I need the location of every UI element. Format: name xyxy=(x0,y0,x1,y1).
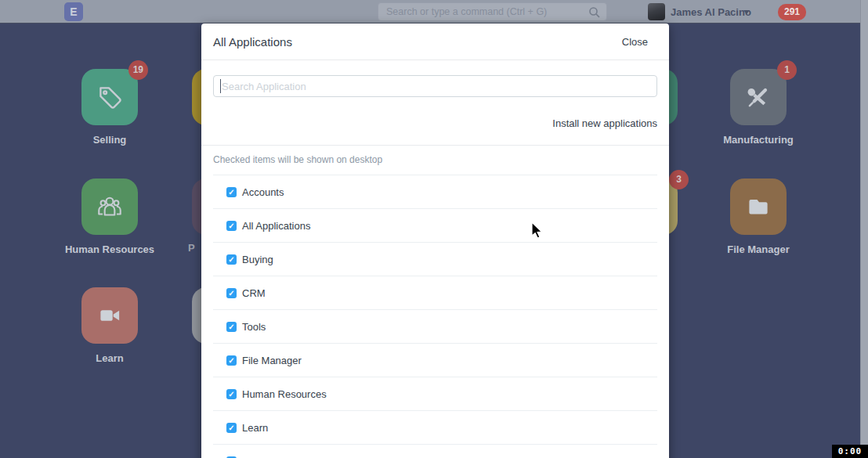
checked-items-hint: Checked items will be shown on desktop xyxy=(213,154,657,165)
text-caret xyxy=(220,79,221,93)
divider xyxy=(201,145,669,146)
tag-icon xyxy=(81,69,138,125)
list-item-label: Tools xyxy=(242,321,266,333)
close-button[interactable]: Close xyxy=(622,36,648,48)
application-list: ✓ Accounts ✓ All Applications ✓ Buying ✓… xyxy=(213,175,657,458)
tile-label: File Manager xyxy=(683,243,834,255)
mouse-cursor xyxy=(531,222,544,240)
checkbox-checked[interactable]: ✓ xyxy=(226,187,237,197)
list-item-label: CRM xyxy=(242,287,266,299)
video-camera-icon xyxy=(81,287,138,344)
page-scrollbar[interactable] xyxy=(860,0,868,458)
user-menu[interactable]: James Al Pacino xyxy=(671,6,751,18)
dialog-body: Install new applications Checked items w… xyxy=(201,75,669,458)
dialog-header: All Applications Close xyxy=(201,23,669,60)
folder-icon xyxy=(730,179,787,235)
user-avatar[interactable] xyxy=(648,3,665,20)
list-item-label: Manufacturing xyxy=(242,456,306,458)
desktop-app-selling[interactable]: 19 Selling xyxy=(81,69,138,125)
global-search-box xyxy=(378,2,607,21)
list-item-label: File Manager xyxy=(242,355,302,366)
list-item-label: Buying xyxy=(242,254,273,265)
dialog-title: All Applications xyxy=(213,35,292,49)
checkbox-checked[interactable]: ✓ xyxy=(226,288,237,298)
application-search-input[interactable] xyxy=(213,75,657,97)
unread-badge: 1 xyxy=(777,60,797,80)
list-item-accounts[interactable]: ✓ Accounts xyxy=(213,175,657,208)
desktop-app-learn[interactable]: Learn xyxy=(81,287,138,344)
checkbox-checked[interactable]: ✓ xyxy=(226,254,237,265)
list-item-label: Accounts xyxy=(242,186,284,198)
all-applications-dialog: All Applications Close Install new appli… xyxy=(201,23,669,458)
list-item-all-applications[interactable]: ✓ All Applications xyxy=(213,208,657,242)
list-item-human-resources[interactable]: ✓ Human Resources xyxy=(213,377,657,410)
notification-count-badge[interactable]: 291 xyxy=(778,4,806,20)
list-item-label: Learn xyxy=(242,422,268,434)
desktop-app-human-resources[interactable]: Human Resources xyxy=(81,179,138,235)
list-item-label: All Applications xyxy=(242,220,310,232)
app-screen: E James Al Pacino 291 19 Selling xyxy=(0,0,868,458)
checkbox-checked[interactable]: ✓ xyxy=(226,389,237,399)
tile-label: Human Resources xyxy=(34,243,185,255)
checkbox-checked[interactable]: ✓ xyxy=(226,355,237,366)
search-icon xyxy=(588,6,601,19)
desktop-app-file-manager[interactable]: File Manager xyxy=(730,179,787,235)
checkbox-checked[interactable]: ✓ xyxy=(226,322,237,332)
people-icon xyxy=(81,179,138,235)
list-item-learn[interactable]: ✓ Learn xyxy=(213,410,657,444)
wrench-screwdriver-icon xyxy=(730,69,787,125)
list-item-crm[interactable]: ✓ CRM xyxy=(213,276,657,309)
app-logo[interactable]: E xyxy=(64,2,83,21)
checkbox-checked[interactable]: ✓ xyxy=(226,221,237,231)
global-search-input[interactable] xyxy=(378,3,606,20)
navbar: E James Al Pacino 291 xyxy=(0,0,868,23)
list-item-manufacturing[interactable]: ✓ Manufacturing xyxy=(213,444,657,458)
tile-label: Selling xyxy=(34,134,185,146)
partial-tile-label: P xyxy=(188,242,195,254)
unread-badge: 19 xyxy=(128,60,148,80)
recording-timer: 0:00 xyxy=(832,445,868,458)
list-item-file-manager[interactable]: ✓ File Manager xyxy=(213,343,657,377)
list-item-label: Human Resources xyxy=(242,388,327,400)
tile-label: Manufacturing xyxy=(683,134,834,146)
chevron-down-icon xyxy=(743,10,750,14)
install-new-applications-link[interactable]: Install new applications xyxy=(552,117,657,129)
checkbox-checked[interactable]: ✓ xyxy=(226,423,237,433)
unread-badge: 3 xyxy=(669,170,689,189)
list-item-tools[interactable]: ✓ Tools xyxy=(213,309,657,343)
desktop-app-manufacturing[interactable]: 1 Manufacturing xyxy=(730,69,787,125)
tile-label: Learn xyxy=(34,352,185,364)
list-item-buying[interactable]: ✓ Buying xyxy=(213,242,657,276)
